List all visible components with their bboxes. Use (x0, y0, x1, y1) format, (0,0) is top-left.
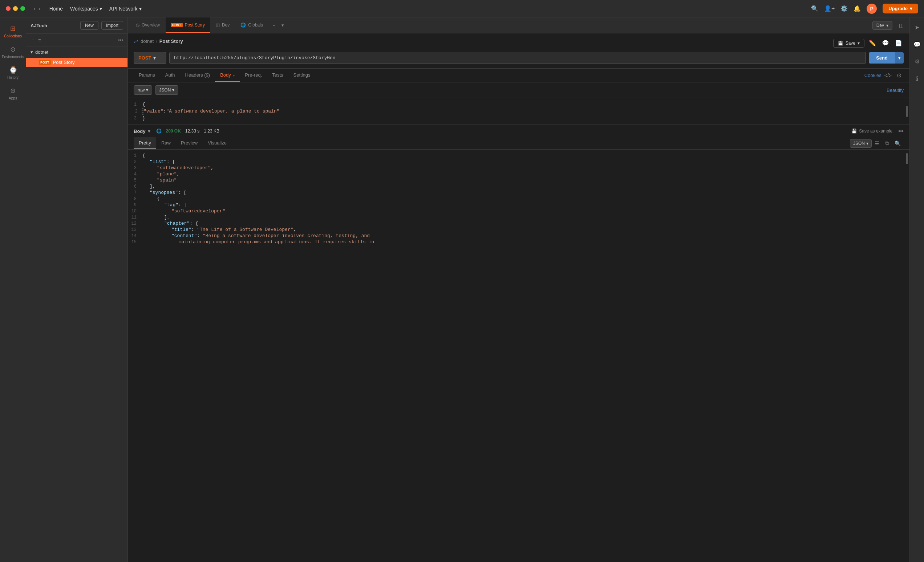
send-button[interactable]: Send (869, 52, 895, 63)
bell-icon[interactable]: 🔔 (854, 5, 861, 12)
settings-icon[interactable]: ⚙️ (840, 5, 848, 12)
req-tab-params[interactable]: Params (134, 69, 160, 82)
folder-chevron-icon: ▾ (30, 49, 33, 55)
response-code-viewer[interactable]: 1 { 2 "list": [ 3 "softwaredeveloper", 4… (128, 150, 909, 562)
json-format-selector[interactable]: JSON ▾ (155, 85, 178, 95)
tab-globals[interactable]: 🌐 Globals (236, 17, 268, 33)
workspaces-nav[interactable]: Workspaces ▾ (67, 4, 105, 13)
more-options-icon[interactable]: ••• (118, 37, 123, 43)
tabs-more-icon[interactable]: ▾ (280, 22, 285, 28)
response-body-label: Body ▾ (134, 129, 150, 134)
send-dropdown-button[interactable]: ▾ (895, 52, 904, 63)
comment-right-icon[interactable]: 💬 (911, 39, 923, 50)
editor-scrollbar[interactable] (906, 106, 908, 117)
sidebar-item-history[interactable]: ⌚ History (2, 63, 24, 82)
req-tab-settings[interactable]: Settings (288, 69, 316, 82)
comment-icon[interactable]: 💬 (880, 38, 891, 48)
forward-arrow[interactable]: › (39, 6, 40, 12)
tab-dev[interactable]: ◫ Dev (211, 17, 235, 33)
response-more-icon[interactable]: ••• (898, 128, 904, 134)
back-arrow[interactable]: ‹ (34, 6, 36, 12)
api-network-nav[interactable]: API Network ▾ (106, 4, 144, 13)
post-story-item[interactable]: POST Post Story (26, 58, 128, 67)
req-line-3: 3 } (128, 115, 909, 121)
json-chevron-icon: ▾ (172, 87, 174, 93)
collections-icon: ⊞ (10, 25, 16, 33)
breadcrumb-separator: / (156, 39, 157, 44)
collections-panel: AJTech New Import ＋ ≡ ••• ▾ dotnet POST … (26, 17, 128, 562)
sidebar-item-apps[interactable]: ⊕ Apps (2, 84, 24, 103)
breadcrumb: ⇌ dotnet / Post Story (134, 38, 183, 45)
save-button[interactable]: 💾 Save ▾ (833, 39, 864, 48)
response-json-selector[interactable]: JSON ▾ (850, 139, 872, 148)
minimize-button[interactable] (13, 6, 18, 11)
resp-tab-raw[interactable]: Raw (156, 137, 176, 149)
request-action-icons: 💾 Save ▾ ✏️ 💬 📄 (833, 38, 904, 48)
postman-avatar[interactable]: P (867, 4, 877, 14)
sidebar: ⊞ Collections ⊙ Environments ⌚ History ⊕… (0, 17, 26, 562)
sort-icon[interactable]: ≡ (38, 37, 41, 43)
history-icon: ⌚ (9, 66, 17, 74)
resp-tab-visualize[interactable]: Visualize (202, 137, 232, 149)
panel-header: ＋ ≡ ••• (26, 34, 128, 46)
right-panel-toggle-icon[interactable]: ◫ (896, 21, 907, 30)
req-tab-prereq[interactable]: Pre-req. (240, 69, 267, 82)
req-tab-body[interactable]: Body ● (215, 69, 240, 82)
resp-tab-preview[interactable]: Preview (176, 137, 202, 149)
save-example-button[interactable]: 💾 Save as example (851, 129, 892, 133)
edit-icon[interactable]: ✏️ (867, 38, 878, 48)
upgrade-button[interactable]: Upgrade ▾ (883, 4, 918, 13)
sidebar-item-environments[interactable]: ⊙ Environments (2, 42, 24, 62)
tab-post-story[interactable]: POST Post Story (166, 17, 210, 33)
close-button[interactable] (6, 6, 10, 11)
titlebar-icons: 🔍 👤+ ⚙️ 🔔 P (811, 4, 877, 14)
sidebar-item-collections[interactable]: ⊞ Collections (2, 22, 24, 41)
method-selector[interactable]: POST ▾ (134, 52, 166, 64)
search-icon[interactable]: 🔍 (892, 139, 904, 148)
save-icon: 💾 (838, 40, 843, 46)
right-panel-icon[interactable]: ⊙ (895, 70, 904, 81)
env-selector[interactable]: Dev ▾ (872, 21, 892, 30)
request-bar: POST ▾ Send ▾ (134, 52, 904, 64)
resp-tab-pretty[interactable]: Pretty (134, 137, 156, 149)
tab-overview[interactable]: ◎ Overview (131, 17, 165, 33)
import-button[interactable]: Import (101, 21, 123, 30)
beautify-button[interactable]: Beautify (886, 87, 904, 93)
home-nav[interactable]: Home (46, 4, 66, 13)
filter-icon[interactable]: ☰ (872, 139, 882, 148)
req-tab-tests[interactable]: Tests (267, 69, 288, 82)
tabs-bar: ◎ Overview POST Post Story ◫ Dev 🌐 Globa… (128, 17, 909, 33)
send-right-icon[interactable]: ➤ (912, 22, 921, 33)
response-body-chevron-icon[interactable]: ▾ (148, 129, 150, 134)
add-collection-icon[interactable]: ＋ (30, 37, 35, 43)
right-action-panel: ➤ 💬 ⚙ ℹ (909, 17, 924, 562)
response-stats: 🌐 200 OK 12.33 s 1.23 KB (156, 129, 219, 133)
info-icon[interactable]: 📄 (894, 38, 904, 48)
body-active-dot: ● (233, 74, 235, 77)
copy-icon[interactable]: ⧉ (882, 139, 892, 148)
req-line-2: 2 "value": "A software developer, a plan… (142, 108, 909, 115)
new-button[interactable]: New (80, 21, 98, 30)
resp-line-4: 4 "plane", (128, 171, 909, 177)
add-tab-icon[interactable]: ＋ (269, 22, 279, 28)
resp-line-7: 7 "synopses": [ (128, 189, 909, 196)
dotnet-folder[interactable]: ▾ dotnet (26, 46, 128, 58)
cookies-link[interactable]: Cookies (864, 69, 882, 82)
response-area: Body ▾ 🌐 200 OK 12.33 s 1.23 KB 💾 Save a… (128, 125, 909, 562)
settings-right-icon[interactable]: ⚙ (912, 56, 922, 67)
folder-name: dotnet (35, 49, 48, 55)
req-tab-headers[interactable]: Headers (9) (180, 69, 215, 82)
maximize-button[interactable] (20, 6, 25, 11)
code-icon[interactable]: </> (882, 69, 895, 82)
resp-line-3: 3 "softwaredeveloper", (128, 165, 909, 171)
info-right-icon[interactable]: ℹ (914, 73, 920, 84)
breadcrumb-parent: dotnet (141, 39, 154, 44)
user-plus-icon[interactable]: 👤+ (824, 5, 835, 12)
resp-line-15: 15 maintaining computer programs and app… (128, 239, 909, 245)
response-scrollbar[interactable] (906, 153, 908, 164)
format-type-selector[interactable]: raw ▾ (134, 85, 152, 95)
resp-line-10: 10 "softwaredeveloper" (128, 208, 909, 214)
req-tab-auth[interactable]: Auth (160, 69, 180, 82)
url-input[interactable] (169, 52, 866, 64)
search-icon[interactable]: 🔍 (811, 5, 818, 12)
